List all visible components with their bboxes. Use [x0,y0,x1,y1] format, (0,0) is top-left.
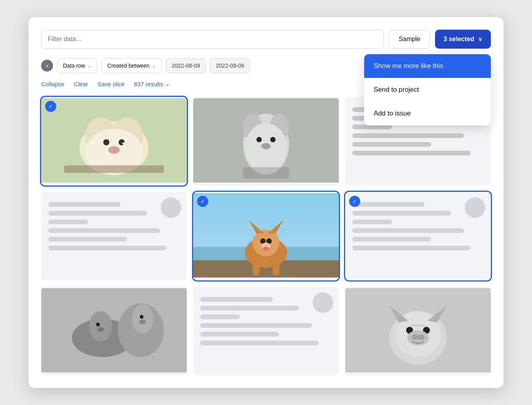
collapse-link[interactable]: Collapse [41,81,64,87]
placeholder-content-8 [193,287,339,374]
svg-rect-31 [253,262,259,276]
avatar-placeholder [465,197,485,218]
svg-rect-32 [272,262,279,276]
svg-point-10 [122,142,125,145]
svg-point-50 [412,335,418,340]
svg-point-18 [261,143,270,149]
text-placeholder [352,237,431,242]
svg-point-5 [103,139,109,145]
image-placeholder-1 [41,97,187,184]
selected-checkbox-6[interactable]: ✓ [349,196,360,207]
text-placeholder [200,314,240,319]
chevron-down-icon: ∨ [478,36,482,42]
text-placeholder [352,202,425,207]
svg-point-37 [132,304,154,333]
svg-rect-8 [64,165,164,173]
check-icon: ✓ [200,198,205,204]
dropdown-menu: Show me more like this Send to project A… [364,54,491,125]
svg-point-17 [270,137,276,142]
placeholder-content-4 [41,192,187,279]
svg-point-36 [89,311,112,342]
grid-item-6[interactable]: ✓ [345,192,491,280]
svg-point-38 [96,323,100,327]
created-between-filter[interactable]: Created between ⌄ [101,58,162,73]
text-placeholder [352,246,471,250]
svg-point-40 [97,327,104,332]
svg-point-7 [108,146,120,154]
image-placeholder-9 [345,287,491,374]
svg-point-16 [256,137,262,142]
svg-point-30 [263,247,269,251]
image-grid: ✓ [41,97,491,375]
save-slice-link[interactable]: Save slice [97,81,124,87]
text-placeholder [48,246,167,250]
selected-checkbox-5[interactable]: ✓ [197,196,208,207]
grid-item-1[interactable]: ✓ [41,97,187,185]
show-more-like-this-option[interactable]: Show me more like this [364,54,491,78]
svg-rect-19 [243,167,289,179]
chevron-down-icon: ⌄ [152,63,156,68]
svg-point-51 [418,335,424,340]
text-placeholder [200,323,312,328]
image-placeholder-7 [41,287,187,374]
check-icon: ✓ [352,198,357,204]
text-placeholder [352,142,431,147]
text-placeholder [200,297,273,302]
svg-point-9 [92,142,94,145]
clear-link[interactable]: Clear [74,81,88,87]
filter-input[interactable] [41,30,384,49]
selected-button[interactable]: 3 selected ∨ [435,30,491,49]
main-window: Sample 3 selected ∨ × Data row ⌄ Created… [28,17,504,388]
placeholder-content-6 [345,192,491,279]
image-placeholder-2 [193,97,339,184]
text-placeholder [352,151,471,155]
date-end-filter[interactable]: 2022-09-09 [210,58,250,73]
svg-point-39 [140,315,144,319]
image-placeholder-5 [193,192,339,279]
text-placeholder [352,220,392,224]
sample-button[interactable]: Sample [389,30,430,49]
grid-item-9[interactable] [345,287,491,375]
text-placeholder [200,341,319,345]
text-placeholder [48,211,147,216]
text-placeholder [48,220,88,224]
chevron-down-icon: ⌄ [87,63,91,68]
add-to-issue-option[interactable]: Add to issue [364,102,491,125]
avatar-placeholder [313,292,333,313]
text-placeholder [352,228,464,233]
avatar-placeholder [161,197,181,218]
grid-item-4[interactable] [41,192,187,280]
text-placeholder [352,211,451,216]
svg-point-41 [139,320,146,324]
grid-item-5[interactable]: ✓ [193,192,339,280]
text-placeholder [48,228,160,233]
results-button[interactable]: 837 results ⌄ [134,80,170,87]
text-placeholder [200,306,299,310]
text-placeholder [352,133,464,138]
check-icon: ✓ [48,103,53,110]
grid-item-2[interactable] [193,97,339,185]
chevron-down-icon: ⌄ [165,80,170,87]
grid-item-7[interactable] [41,287,187,375]
text-placeholder [48,202,121,207]
close-icon: × [46,62,49,69]
send-to-project-option[interactable]: Send to project [364,78,491,102]
selected-checkbox-1[interactable]: ✓ [45,101,56,112]
header-row: Sample 3 selected ∨ [41,30,491,49]
data-row-filter[interactable]: Data row ⌄ [57,58,97,73]
grid-item-8[interactable] [193,287,339,375]
close-filter-button[interactable]: × [41,60,53,72]
text-placeholder [200,332,279,337]
date-start-filter[interactable]: 2022-08-09 [166,58,206,73]
text-placeholder [48,237,127,242]
